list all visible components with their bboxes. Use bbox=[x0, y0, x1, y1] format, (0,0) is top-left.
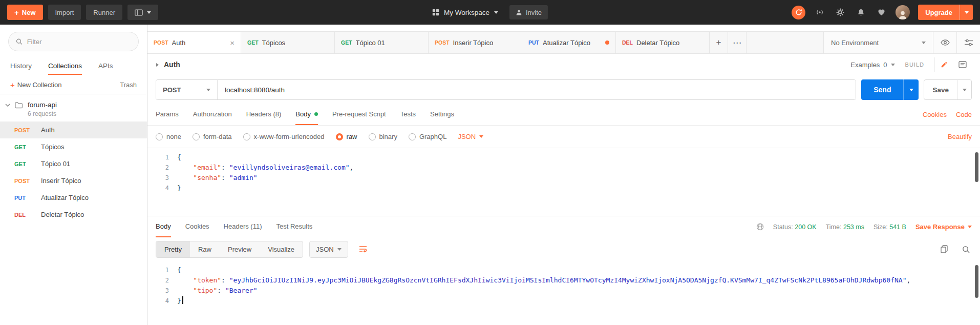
open-tab-deletar-t-pico[interactable]: DELDeletar Tópico bbox=[616, 32, 710, 53]
request-tab-pre-request-script[interactable]: Pre-request Script bbox=[332, 104, 386, 125]
workspace-switcher[interactable]: My Workspace bbox=[432, 9, 498, 16]
tab-title: Tópico 01 bbox=[356, 39, 385, 47]
open-tab-inserir-t-pico[interactable]: POSTInserir Tópico bbox=[429, 32, 522, 53]
tab-add-button[interactable]: + bbox=[710, 32, 728, 53]
body-mode-x-www-form-urlencoded[interactable]: x-www-form-urlencoded bbox=[243, 133, 325, 140]
request-tab-settings[interactable]: Settings bbox=[430, 104, 454, 125]
tab-label: Headers (8) bbox=[246, 110, 282, 118]
globe-icon bbox=[756, 223, 764, 231]
trash-button[interactable]: Trash bbox=[120, 81, 137, 89]
runner-button[interactable]: Runner bbox=[86, 5, 122, 20]
request-tab-tests[interactable]: Tests bbox=[400, 104, 416, 125]
response-tab-cookies[interactable]: Cookies bbox=[185, 216, 209, 237]
environment-selector[interactable]: No Environment bbox=[823, 32, 933, 53]
tab-label: Settings bbox=[430, 110, 454, 118]
bell-icon bbox=[857, 8, 865, 16]
response-body-editor[interactable]: 1{2 "token": "eyJhbGciOiJIUzI1NiJ9.eyJpc… bbox=[147, 261, 980, 325]
upgrade-button[interactable]: Upgrade bbox=[918, 5, 960, 20]
response-tab-test-results[interactable]: Test Results bbox=[276, 216, 313, 237]
settings-button[interactable] bbox=[834, 6, 846, 18]
scrollbar-thumb[interactable] bbox=[975, 265, 978, 298]
examples-dropdown[interactable]: Examples 0 bbox=[850, 61, 894, 69]
open-tab-t-picos[interactable]: GETTópicos bbox=[241, 32, 335, 53]
response-body-code: 1{2 "token": "eyJhbGciOiJIUzI1NiJ9.eyJpc… bbox=[147, 265, 980, 306]
open-tab-atualizar-t-pico[interactable]: PUTAtualizar Tópico bbox=[522, 32, 616, 53]
favorites-button[interactable] bbox=[875, 6, 887, 18]
sidebar-tab-apis[interactable]: APIs bbox=[98, 57, 113, 75]
scrollbar-thumb[interactable] bbox=[975, 152, 978, 182]
body-mode-raw[interactable]: raw bbox=[336, 133, 357, 140]
invite-button[interactable]: Invite bbox=[509, 5, 548, 19]
save-response-button[interactable]: Save Response bbox=[915, 223, 972, 231]
body-mode-none[interactable]: none bbox=[156, 133, 181, 140]
response-tab-headers-11-[interactable]: Headers (11) bbox=[224, 216, 262, 237]
docs-panel-button[interactable] bbox=[953, 57, 972, 72]
tab-more-button[interactable]: ⋯ bbox=[728, 32, 747, 53]
request-tab-headers-8-[interactable]: Headers (8) bbox=[246, 104, 282, 125]
open-tab-auth[interactable]: POSTAuth× bbox=[147, 32, 241, 53]
wrap-text-button[interactable] bbox=[354, 241, 372, 257]
cookies-link[interactable]: Cookies bbox=[923, 111, 947, 118]
send-button[interactable]: Send bbox=[861, 79, 903, 100]
api-network-button[interactable] bbox=[814, 6, 826, 18]
request-body-editor[interactable]: 1{2 "email": "evillyndsoliveiras@email.c… bbox=[147, 148, 980, 216]
sidebar-tab-history[interactable]: History bbox=[10, 57, 32, 75]
request-tab-authorization[interactable]: Authorization bbox=[193, 104, 232, 125]
environment-settings-button[interactable] bbox=[956, 32, 980, 53]
import-button[interactable]: Import bbox=[48, 5, 81, 20]
header-center: My Workspace Invite bbox=[432, 0, 548, 25]
new-button[interactable]: + New bbox=[7, 5, 43, 20]
radio-icon bbox=[336, 133, 343, 140]
sidebar-request-inserir-t-pico[interactable]: POSTInserir Tópico bbox=[0, 172, 147, 189]
response-tab-body[interactable]: Body bbox=[156, 216, 171, 237]
sidebar-request-atualizar-t-pico[interactable]: PUTAtualizar Tópico bbox=[0, 189, 147, 206]
chevron-down-icon bbox=[891, 64, 895, 66]
environment-quick-look-button[interactable] bbox=[933, 32, 956, 53]
body-language-selector[interactable]: JSON bbox=[458, 133, 483, 140]
breadcrumb[interactable]: Auth bbox=[156, 60, 180, 69]
url-input[interactable] bbox=[218, 80, 856, 99]
notifications-button[interactable] bbox=[855, 6, 867, 18]
response-view-pretty[interactable]: Pretty bbox=[156, 241, 190, 257]
request-links: Cookies Code bbox=[923, 111, 972, 118]
response-language-selector[interactable]: JSON bbox=[309, 241, 348, 258]
response-view-raw[interactable]: Raw bbox=[190, 241, 220, 257]
upgrade-menu-button[interactable] bbox=[960, 5, 973, 20]
response-view-preview[interactable]: Preview bbox=[220, 241, 260, 257]
open-new-window-button[interactable] bbox=[127, 5, 158, 20]
close-tab-icon[interactable]: × bbox=[230, 38, 235, 47]
method-selector[interactable]: POST bbox=[156, 80, 218, 99]
sidebar-request-auth[interactable]: POSTAuth bbox=[0, 121, 147, 138]
status-value: 200 OK bbox=[795, 224, 816, 231]
avatar[interactable] bbox=[896, 5, 910, 19]
method-label: POST bbox=[154, 39, 168, 46]
size-value: 541 B bbox=[889, 224, 906, 231]
request-tab-body[interactable]: Body bbox=[295, 104, 318, 125]
method-label: POST bbox=[14, 178, 35, 184]
tab-title: Atualizar Tópico bbox=[543, 39, 590, 47]
collection-header[interactable]: forum-api 6 requests bbox=[0, 94, 147, 121]
search-response-button[interactable] bbox=[960, 243, 972, 255]
save-options-button[interactable] bbox=[957, 80, 971, 99]
body-mode-graphql[interactable]: GraphQL bbox=[409, 133, 446, 140]
response-view-visualize[interactable]: Visualize bbox=[260, 241, 303, 257]
new-collection-button[interactable]: + New Collection bbox=[10, 81, 61, 89]
send-options-button[interactable] bbox=[903, 79, 919, 100]
sync-status-button[interactable] bbox=[792, 6, 805, 19]
edit-mode-button[interactable] bbox=[935, 57, 953, 72]
code-link[interactable]: Code bbox=[956, 111, 972, 118]
open-tab-t-pico-01[interactable]: GETTópico 01 bbox=[335, 32, 429, 53]
sidebar-request-t-pico-01[interactable]: GETTópico 01 bbox=[0, 155, 147, 172]
save-button[interactable]: Save bbox=[924, 80, 957, 99]
beautify-link[interactable]: Beautify bbox=[948, 133, 972, 140]
copy-response-button[interactable] bbox=[938, 243, 950, 255]
sidebar-request-t-picos[interactable]: GETTópicos bbox=[0, 138, 147, 155]
body-mode-form-data[interactable]: form-data bbox=[193, 133, 232, 140]
sidebar-tab-collections[interactable]: Collections bbox=[48, 57, 82, 75]
body-mode-binary[interactable]: binary bbox=[369, 133, 397, 140]
page-title: Auth bbox=[164, 60, 180, 69]
radio-icon bbox=[193, 133, 200, 140]
sidebar-request-deletar-t-pico[interactable]: DELDeletar Tópico bbox=[0, 206, 147, 223]
filter-input[interactable] bbox=[27, 38, 131, 46]
request-tab-params[interactable]: Params bbox=[156, 104, 179, 125]
